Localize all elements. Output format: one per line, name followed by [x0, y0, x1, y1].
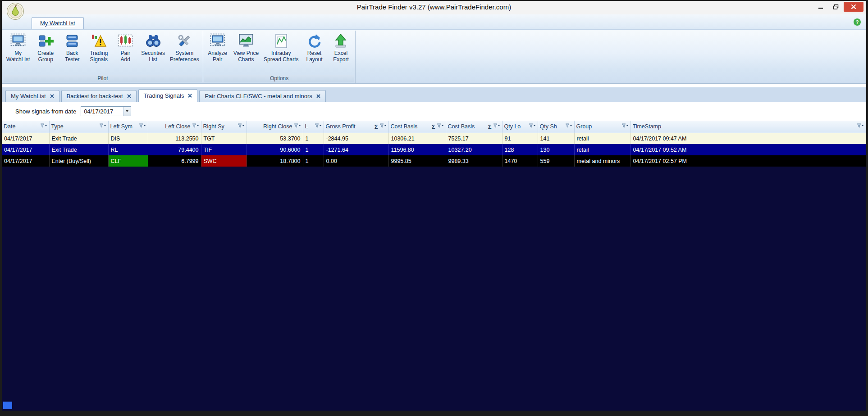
- sum-icon[interactable]: Σ: [488, 123, 492, 130]
- filter-icon[interactable]: [315, 123, 322, 130]
- filter-icon[interactable]: [565, 123, 572, 130]
- close-icon[interactable]: [50, 94, 54, 98]
- column-label: TimeStamp: [633, 123, 856, 130]
- restore-button[interactable]: [829, 2, 842, 12]
- cell: 04/17/2017 02:57 PM: [630, 155, 866, 167]
- table-row[interactable]: 04/17/2017Exit TradeRL79.4400TIF90.60001…: [2, 144, 866, 155]
- column-label: Type: [51, 123, 98, 130]
- button-label: Add: [121, 56, 130, 63]
- intraday-spread-charts-button[interactable]: IntradaySpread Charts: [261, 32, 301, 64]
- doc-tab-label: My WatchList: [11, 93, 46, 99]
- cell: 10306.21: [388, 133, 446, 144]
- column-header-type-1[interactable]: Type: [49, 121, 108, 133]
- table-row[interactable]: 04/17/2017Exit TradeDIS113.2550TGT53.370…: [2, 133, 866, 144]
- trading-signals-icon: [91, 33, 107, 49]
- column-header-group-12[interactable]: Group: [574, 121, 630, 133]
- back-tester-button[interactable]: BackTester: [59, 32, 85, 64]
- close-icon[interactable]: [188, 94, 192, 98]
- filter-icon[interactable]: [294, 123, 301, 130]
- intraday-spread-charts-icon: [273, 33, 289, 49]
- filter-icon[interactable]: [621, 123, 629, 130]
- filter-icon[interactable]: [437, 123, 444, 130]
- trading-signals-button[interactable]: TradingSignals: [86, 32, 112, 64]
- doc-tab-label: Trading Signals: [144, 92, 184, 99]
- pair-add-button[interactable]: PairAdd: [112, 32, 138, 64]
- doc-tab-backtest-for-back-test[interactable]: Backtest for back-test: [61, 90, 137, 102]
- cell: 7525.17: [446, 133, 502, 144]
- chevron-down-icon[interactable]: [123, 107, 131, 116]
- close-icon[interactable]: [316, 94, 320, 98]
- column-header-qty-lo-10[interactable]: Qty Lo: [502, 121, 538, 133]
- system-preferences-button[interactable]: SystemPreferences: [168, 32, 201, 64]
- button-label: Pair: [121, 50, 130, 56]
- close-icon[interactable]: [127, 94, 131, 98]
- cell: 1470: [502, 155, 538, 167]
- minimize-button[interactable]: [814, 2, 827, 12]
- button-label: System: [175, 50, 193, 56]
- sum-icon[interactable]: Σ: [432, 123, 435, 130]
- cell: TIF: [201, 144, 247, 155]
- view-price-charts-button[interactable]: View PriceCharts: [231, 32, 261, 64]
- cell: 6.7999: [148, 155, 201, 167]
- filter-icon[interactable]: [99, 123, 106, 130]
- column-header-gross-profit-7[interactable]: Gross ProfitΣ: [324, 121, 388, 133]
- column-header-l-6[interactable]: L: [303, 121, 324, 133]
- filter-icon[interactable]: [493, 123, 500, 130]
- button-label: Analyze: [208, 50, 227, 56]
- doc-tab-pair-charts-clf-swc-metal-and-minors[interactable]: Pair Charts CLF/SWC - metal and minors: [199, 90, 325, 102]
- column-label: Date: [4, 123, 39, 130]
- back-tester-icon: [64, 33, 80, 49]
- signals-date-select[interactable]: 04/17/2017: [81, 106, 131, 116]
- doc-tab-label: Backtest for back-test: [67, 93, 123, 99]
- button-label: Back: [66, 50, 78, 56]
- filter-icon[interactable]: [857, 123, 864, 130]
- signals-date-label: Show signals from date: [15, 108, 76, 115]
- ribbon-tab-my-watchlist[interactable]: My WatchList: [32, 17, 84, 29]
- cell: 04/17/2017 09:47 AM: [630, 133, 866, 144]
- table-row[interactable]: 04/17/2017Enter (Buy/Sell)CLF6.7999SWC18…: [2, 155, 866, 167]
- cell: 130: [538, 144, 574, 155]
- column-header-cost-basis-8[interactable]: Cost BasisΣ: [388, 121, 446, 133]
- column-header-timestamp-13[interactable]: TimeStamp: [630, 121, 866, 133]
- filter-icon[interactable]: [379, 123, 387, 130]
- column-header-right-sy-4[interactable]: Right Sy: [201, 121, 247, 133]
- reset-layout-icon: [306, 33, 322, 49]
- doc-tab-my-watchlist[interactable]: My WatchList: [5, 90, 59, 102]
- column-header-left-close-3[interactable]: Left Close: [148, 121, 201, 133]
- cell: 113.2550: [148, 133, 201, 144]
- create-group-button[interactable]: CreateGroup: [32, 32, 59, 64]
- filter-icon[interactable]: [40, 123, 47, 130]
- button-label: Group: [38, 56, 53, 63]
- signals-grid: DateTypeLeft SymLeft CloseRight SyRight …: [2, 121, 866, 411]
- ribbon-group-label: Pilot: [4, 75, 202, 82]
- signals-filter-bar: Show signals from date 04/17/2017: [2, 102, 866, 121]
- cell: 559: [538, 155, 574, 167]
- cell: 9989.33: [446, 155, 502, 167]
- filter-icon[interactable]: [529, 123, 536, 130]
- cell: 90.6000: [247, 144, 303, 155]
- doc-tab-trading-signals[interactable]: Trading Signals: [138, 89, 198, 102]
- column-header-qty-sh-11[interactable]: Qty Sh: [538, 121, 574, 133]
- cell: Enter (Buy/Sell): [49, 155, 108, 167]
- filter-icon[interactable]: [139, 123, 146, 130]
- close-button[interactable]: [844, 2, 863, 12]
- column-header-cost-basis-9[interactable]: Cost BasisΣ: [446, 121, 502, 133]
- column-header-left-sym-2[interactable]: Left Sym: [108, 121, 148, 133]
- column-header-right-close-5[interactable]: Right Close: [247, 121, 303, 133]
- cell: 11596.80: [388, 144, 446, 155]
- column-label: Right Close: [263, 123, 292, 130]
- column-header-date-0[interactable]: Date: [2, 121, 49, 133]
- analyze-pair-button[interactable]: AnalyzePair: [205, 32, 231, 64]
- excel-export-button[interactable]: ExcelExport: [328, 32, 354, 64]
- cell: 18.7800: [247, 155, 303, 167]
- sum-icon[interactable]: Σ: [375, 123, 378, 130]
- my-watchlist-button[interactable]: MyWatchList: [4, 32, 32, 64]
- securities-list-button[interactable]: SecuritiesList: [139, 32, 167, 64]
- cell: -2844.95: [324, 133, 388, 144]
- reset-layout-button[interactable]: ResetLayout: [301, 32, 327, 64]
- filter-icon[interactable]: [192, 123, 199, 130]
- filter-icon[interactable]: [238, 123, 245, 130]
- app-logo-icon[interactable]: [6, 2, 24, 20]
- window-controls: [814, 2, 863, 12]
- help-icon[interactable]: ?: [854, 18, 861, 26]
